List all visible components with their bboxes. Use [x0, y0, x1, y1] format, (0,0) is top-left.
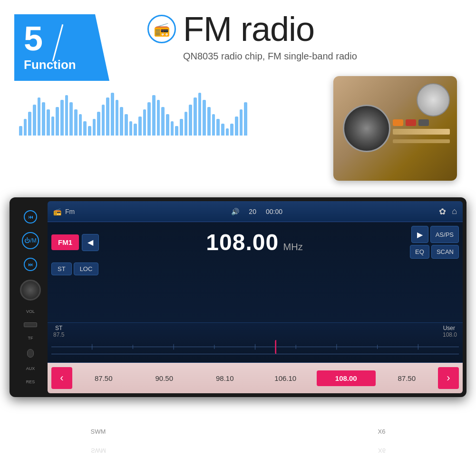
aux-port: [27, 349, 34, 358]
scale-right-freq: 108.0: [443, 331, 457, 338]
wave-bar: [83, 121, 87, 136]
eq-button[interactable]: EQ: [410, 245, 429, 259]
frequency-scale-area: ST User 87.5 108.0: [48, 322, 463, 363]
wave-bar: [111, 93, 114, 136]
screen-main-content: FM1 ◀ 108.00 MHz ▶ AS/PS EQ: [48, 222, 463, 322]
st-button[interactable]: ST: [51, 262, 72, 275]
preset-item-4[interactable]: 108.00: [317, 370, 376, 386]
wave-bar: [194, 97, 197, 136]
wave-bar: [102, 105, 105, 136]
wave-bar: [207, 107, 211, 136]
device-screen: 📻 Fm 🔊 20 00:00 ✿ ⌂ FM1: [48, 201, 463, 393]
wave-bar: [97, 112, 100, 136]
preset-item-0[interactable]: 87.50: [74, 370, 133, 386]
radio-controls-panel: [393, 83, 450, 157]
fm-controls-row: FM1 ◀ 108.00 MHz ▶ AS/PS EQ: [51, 226, 459, 259]
frequency-value: 108.00: [206, 230, 279, 255]
wave-bar: [216, 119, 220, 136]
fm1-button[interactable]: FM1: [51, 234, 79, 250]
wave-bar: [65, 95, 68, 136]
prev-freq-button[interactable]: ◀: [82, 234, 99, 251]
wave-bar: [79, 114, 82, 136]
brightness-icon[interactable]: ✿: [439, 206, 446, 217]
radio-icon: 📻: [147, 15, 176, 43]
wave-bar: [244, 102, 247, 136]
wave-bar: [189, 105, 192, 136]
home-icon[interactable]: ⌂: [452, 206, 457, 216]
radio-buttons: [393, 119, 450, 126]
radio-scale: [393, 129, 450, 135]
radio-dial: [417, 83, 450, 117]
wave-bar: [120, 107, 123, 136]
frequency-unit: MHz: [283, 242, 303, 252]
preset-item-3[interactable]: 106.10: [256, 370, 315, 386]
play-button[interactable]: ▶: [411, 226, 428, 243]
sound-wave: [19, 93, 247, 136]
topbar-left: 📻 Fm: [53, 208, 75, 215]
wave-bar: [230, 124, 233, 136]
wave-bar: [129, 121, 133, 136]
badge-number: 5: [24, 21, 43, 56]
scale-freq-labels: 87.5 108.0: [51, 331, 459, 338]
wave-bar: [19, 126, 22, 136]
tf-port: [24, 322, 37, 327]
wave-bar: [134, 124, 137, 136]
wave-bar: [198, 93, 202, 136]
title-row: 📻 FM radio: [147, 10, 314, 49]
radio-button-red: [406, 119, 416, 126]
model-name: X6: [378, 428, 386, 435]
brand-reflection: SWM: [91, 447, 106, 454]
time-display: 00:00: [266, 208, 282, 215]
badge-text: Function: [24, 58, 76, 72]
loc-button[interactable]: LOC: [74, 262, 99, 275]
mode-display: Fm: [65, 208, 75, 215]
wave-bar: [93, 119, 96, 136]
preset-item-1[interactable]: 90.50: [135, 370, 194, 386]
power-mode-button[interactable]: ⏻/M: [22, 232, 39, 249]
radio-scale-2: [393, 139, 450, 143]
wave-bar: [240, 109, 243, 136]
model-reflection: X6: [378, 447, 386, 454]
radio-button-dark: [418, 119, 429, 126]
topbar-right: ✿ ⌂: [439, 206, 457, 217]
wave-bar: [74, 109, 78, 136]
preset-item-2[interactable]: 98.10: [195, 370, 254, 386]
device-brand-label: SWM X6: [91, 428, 386, 435]
wave-bar: [106, 97, 109, 136]
action-row-1: ▶ AS/PS: [411, 226, 459, 243]
wave-bar: [161, 107, 165, 136]
wave-bars: [19, 93, 247, 136]
volume-knob[interactable]: [20, 280, 41, 301]
title-area: 📻 FM radio QN8035 radio chip, FM single-…: [147, 10, 357, 62]
wave-bar: [42, 102, 45, 136]
preset-next-button[interactable]: ›: [438, 367, 459, 389]
scale-left-freq: 87.5: [53, 331, 64, 338]
speaker-icon: 🔊: [231, 208, 239, 215]
wave-bar: [203, 100, 206, 136]
wave-bar: [166, 114, 169, 136]
preset-prev-button[interactable]: ‹: [51, 367, 72, 389]
device-brand-reflection: SWM X6: [91, 447, 386, 454]
next-track-button[interactable]: ⏭: [24, 258, 37, 271]
prev-track-button[interactable]: ⏮: [24, 210, 37, 223]
wave-bar: [221, 124, 224, 136]
wave-bar: [180, 119, 183, 136]
preset-item-5[interactable]: 87.50: [378, 370, 437, 386]
st-label: ST: [55, 325, 62, 331]
wave-bar: [60, 100, 64, 136]
wave-bar: [157, 100, 160, 136]
wave-bar: [88, 126, 91, 136]
wave-bar: [212, 114, 215, 136]
wave-bar: [28, 112, 31, 136]
scale-ticks-svg: [51, 340, 459, 354]
radio-button-orange: [393, 119, 403, 126]
asps-button[interactable]: AS/PS: [430, 226, 459, 243]
wave-bar: [152, 95, 155, 136]
volume-display: 20: [249, 208, 256, 215]
wave-bar: [125, 114, 128, 136]
action-row-2: EQ SCAN: [410, 245, 459, 259]
frequency-scale-line[interactable]: [51, 340, 459, 354]
aux-label: AUX: [26, 366, 35, 371]
wave-bar: [69, 102, 73, 136]
scan-button[interactable]: SCAN: [431, 245, 459, 259]
